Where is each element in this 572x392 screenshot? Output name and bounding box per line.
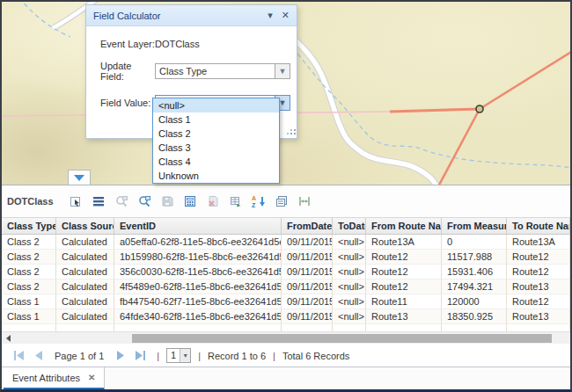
table-cell[interactable]: 120000	[442, 294, 507, 309]
table-cell[interactable]: Class 2	[2, 265, 56, 279]
svg-text:A: A	[252, 195, 256, 201]
show-records-icon[interactable]	[87, 192, 110, 210]
table-row[interactable]: Class 2Calculateda05effa0-62f8-11e5-8bc6…	[2, 235, 570, 250]
dropdown-option[interactable]: Class 3	[153, 141, 279, 155]
table-cell[interactable]: Class 2	[2, 250, 56, 265]
close-tab-icon[interactable]: ✕	[88, 373, 95, 382]
table-cell[interactable]: Route13A	[366, 235, 442, 250]
column-header[interactable]: From Measure	[442, 218, 507, 234]
table-cell[interactable]: 09/11/2015	[282, 309, 333, 324]
column-header[interactable]: EventID	[114, 218, 282, 234]
dropdown-option[interactable]: Class 1	[153, 113, 279, 127]
table-cell[interactable]: Class 1	[2, 309, 56, 324]
table-cell[interactable]: 09/11/2015	[282, 265, 333, 279]
table-row[interactable]: Class 2Calculated1b159980-62f8-11e5-8bc6…	[2, 250, 570, 265]
dropdown-option[interactable]: Class 2	[153, 127, 279, 141]
table-row[interactable]: Class 2Calculated356c0030-62f8-11e5-8bc6…	[2, 265, 570, 279]
table-cell[interactable]: <null>	[333, 265, 366, 279]
chevron-down-icon[interactable]: ▼	[275, 64, 290, 78]
table-cell[interactable]: Calculated	[56, 309, 114, 324]
fit-columns-icon[interactable]	[293, 192, 316, 210]
dropdown-option[interactable]: Unknown	[153, 169, 279, 183]
column-header[interactable]: Class Source	[56, 218, 114, 234]
table-cell[interactable]: Class 2	[2, 279, 56, 294]
zoom-to-selected-icon[interactable]	[110, 192, 133, 210]
table-cell[interactable]: Calculated	[56, 294, 114, 309]
table-cell[interactable]: <null>	[333, 235, 366, 250]
table-cell[interactable]: 09/11/2015	[282, 294, 333, 309]
dialog-titlebar[interactable]: Field Calculator ▾ ✕	[86, 5, 297, 26]
table-cell[interactable]: 17494.321	[442, 279, 507, 294]
delete-selected-icon[interactable]	[202, 192, 224, 210]
horizontal-scrollbar[interactable]	[2, 331, 570, 344]
table-cell[interactable]: 15931.406	[442, 265, 507, 279]
table-cell[interactable]: 09/11/2015	[282, 250, 333, 265]
column-header[interactable]: Class Type	[2, 218, 56, 234]
close-dialog-icon[interactable]: ✕	[282, 11, 290, 20]
column-header[interactable]: FromDate	[282, 218, 333, 234]
table-cell[interactable]: <null>	[333, 279, 366, 294]
table-cell[interactable]: <null>	[333, 250, 366, 265]
sort-icon[interactable]: AZ	[247, 192, 270, 210]
select-features-icon[interactable]	[64, 192, 87, 210]
save-edits-icon[interactable]	[156, 192, 179, 210]
table-row[interactable]: Class 1Calculatedfb447540-62f7-11e5-8bc6…	[2, 294, 570, 309]
column-header[interactable]: ToDate	[333, 218, 366, 234]
page-count-label: Page 1 of 1	[55, 351, 104, 361]
table-cell[interactable]: Calculated	[56, 279, 114, 294]
field-calculator-icon[interactable]	[179, 192, 202, 210]
panel-collapse-button[interactable]	[68, 170, 91, 185]
table-cell[interactable]: <null>	[333, 309, 366, 324]
table-cell[interactable]: Class 2	[2, 235, 56, 250]
table-cell[interactable]: Route12	[366, 250, 442, 265]
update-field-select[interactable]: Class Type ▼	[155, 63, 290, 79]
table-cell[interactable]: a05effa0-62f8-11e5-8bc6-ee32641d5ec9	[114, 235, 282, 250]
page-number-select[interactable]: 1 ▼	[166, 348, 191, 363]
dialog-resize-handle[interactable]	[290, 133, 292, 134]
first-page-button[interactable]	[9, 351, 28, 360]
table-cell[interactable]: fb447540-62f7-11e5-8bc6-ee32641d5ec9	[114, 294, 282, 309]
column-header[interactable]: To Route Name	[507, 218, 570, 234]
table-cell[interactable]: Route12	[507, 250, 570, 265]
column-header[interactable]: From Route Name	[366, 218, 442, 234]
table-cell[interactable]: Route13	[366, 309, 442, 324]
scroll-left-icon[interactable]	[6, 335, 11, 342]
dropdown-option[interactable]: Class 4	[153, 155, 279, 169]
table-cell[interactable]: 09/11/2015	[282, 235, 333, 250]
table-cell[interactable]: <null>	[333, 294, 366, 309]
collapse-dialog-icon[interactable]: ▾	[268, 11, 273, 20]
table-cell[interactable]: 4f5489e0-62f8-11e5-8bc6-ee32641d5ec9	[114, 279, 282, 294]
table-cell[interactable]: Calculated	[56, 265, 114, 279]
table-cell[interactable]: 64fde340-62f8-11e5-8bc6-ee32641d5ec9	[114, 309, 282, 324]
table-cell[interactable]: Route13A	[507, 235, 570, 250]
next-page-button[interactable]	[111, 351, 130, 360]
chevron-down-icon[interactable]: ▼	[180, 349, 190, 362]
table-cell[interactable]: 1b159980-62f8-11e5-8bc6-ee32641d5ec9	[114, 250, 282, 265]
table-cell[interactable]: 18350.925	[442, 309, 507, 324]
table-cell[interactable]: 356c0030-62f8-11e5-8bc6-ee32641d5ec9	[114, 265, 282, 279]
last-page-button[interactable]	[130, 351, 150, 360]
table-cell[interactable]: Route12	[507, 265, 570, 279]
table-row[interactable]: Class 1Calculated64fde340-62f8-11e5-8bc6…	[2, 309, 570, 324]
table-cell[interactable]: Route13	[507, 279, 570, 294]
field-value-dropdown-list[interactable]: <null>Class 1Class 2Class 3Class 4Unknow…	[152, 98, 280, 184]
attribute-view-icon[interactable]	[270, 192, 293, 210]
table-cell[interactable]: 0	[442, 235, 507, 250]
dropdown-option[interactable]: <null>	[153, 98, 279, 113]
scrollbar-thumb[interactable]	[132, 334, 552, 343]
table-cell[interactable]: 09/11/2015	[282, 279, 333, 294]
tab-event-attributes[interactable]: Event Attributes ✕	[4, 367, 105, 390]
table-cell[interactable]: 11517.988	[442, 250, 507, 265]
table-cell[interactable]: Route12	[366, 279, 442, 294]
table-cell[interactable]: Calculated	[56, 235, 114, 250]
table-cell[interactable]: Calculated	[56, 250, 114, 265]
table-cell[interactable]: Route12	[366, 265, 442, 279]
table-cell[interactable]: Class 1	[2, 294, 56, 309]
table-cell[interactable]: Route12	[507, 294, 570, 309]
table-cell[interactable]: Route11	[366, 294, 442, 309]
zoom-to-features-icon[interactable]	[133, 192, 156, 210]
append-records-icon[interactable]	[224, 192, 247, 210]
table-cell[interactable]: Route13	[507, 309, 570, 324]
table-row[interactable]: Class 2Calculated4f5489e0-62f8-11e5-8bc6…	[2, 279, 570, 294]
previous-page-button[interactable]	[28, 351, 48, 360]
